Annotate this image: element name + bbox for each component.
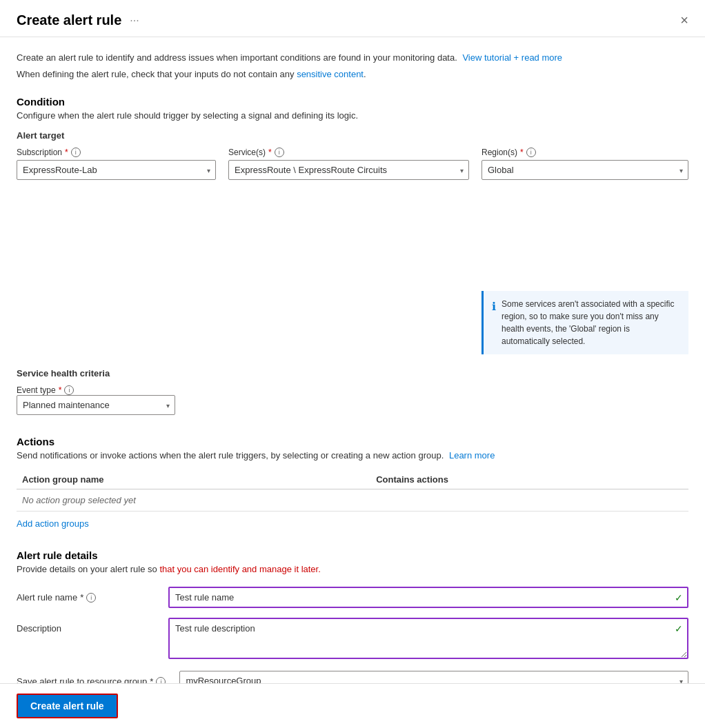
intro-line1: Create an alert rule to identify and add… bbox=[17, 52, 457, 63]
description-row: Description Test rule description ✓ bbox=[17, 618, 688, 661]
event-type-info-icon[interactable]: i bbox=[64, 385, 74, 395]
panel-dots: ··· bbox=[130, 14, 139, 27]
services-required: * bbox=[268, 148, 272, 157]
rule-name-required: * bbox=[80, 592, 83, 603]
header-left: Create alert rule ··· bbox=[17, 12, 139, 28]
create-alert-rule-button[interactable]: Create alert rule bbox=[17, 694, 118, 718]
rule-name-input-wrap: ✓ bbox=[168, 587, 688, 608]
col-group-name: Action group name bbox=[17, 470, 370, 489]
condition-subtitle: Configure when the alert rule should tri… bbox=[17, 110, 688, 121]
details-subtitle: Provide details on your alert rule so th… bbox=[17, 564, 688, 574]
services-info-icon[interactable]: i bbox=[275, 148, 284, 157]
description-textarea[interactable]: Test rule description bbox=[168, 618, 688, 659]
rule-name-label: Alert rule name * i bbox=[17, 587, 155, 603]
service-health-label: Service health criteria bbox=[17, 368, 688, 378]
event-type-select-wrapper: Planned maintenance Service issue Health… bbox=[17, 395, 175, 415]
regions-field-group: Region(s) * i Global ▾ bbox=[481, 148, 688, 285]
description-label: Description bbox=[17, 618, 155, 634]
no-action-group-row: No action group selected yet bbox=[17, 489, 688, 512]
sensitive-content-text: sensitive content bbox=[297, 69, 364, 79]
close-button[interactable]: × bbox=[680, 12, 688, 28]
view-tutorial-link[interactable]: View tutorial + read more bbox=[462, 52, 562, 63]
subscription-label: Subscription * i bbox=[17, 148, 216, 157]
info-circle-icon: ℹ bbox=[492, 299, 496, 347]
panel-header: Create alert rule ··· × bbox=[0, 0, 705, 37]
subscription-info-icon[interactable]: i bbox=[71, 148, 81, 157]
no-action-group-text: No action group selected yet bbox=[17, 489, 688, 512]
actions-section: Actions Send notifications or invoke act… bbox=[17, 436, 688, 529]
event-type-field-group: Event type * i Planned maintenance Servi… bbox=[17, 385, 175, 415]
services-select[interactable]: ExpressRoute \ ExpressRoute Circuits bbox=[228, 160, 469, 180]
panel-footer: Create alert rule bbox=[0, 683, 705, 728]
intro-line2: When defining the alert rule, check that… bbox=[17, 68, 688, 81]
condition-section-title: Condition bbox=[17, 96, 688, 108]
learn-more-link[interactable]: Learn more bbox=[449, 450, 495, 461]
rule-name-check-icon: ✓ bbox=[675, 592, 683, 603]
subscription-select[interactable]: ExpressRoute-Lab bbox=[17, 160, 216, 180]
panel-title: Create alert rule bbox=[17, 12, 121, 28]
description-input-wrap: Test rule description ✓ bbox=[168, 618, 688, 661]
region-info-col: Region(s) * i Global ▾ ℹ Some services a… bbox=[481, 148, 688, 354]
add-action-groups-link[interactable]: Add action groups bbox=[17, 518, 89, 529]
alert-target-fields: Subscription * i ExpressRoute-Lab ▾ Serv… bbox=[17, 148, 688, 354]
region-info-box: ℹ Some services aren't associated with a… bbox=[481, 291, 688, 354]
subscription-select-wrapper: ExpressRoute-Lab ▾ bbox=[17, 160, 216, 180]
panel-body: Create an alert rule to identify and add… bbox=[0, 37, 705, 728]
subscription-field-group: Subscription * i ExpressRoute-Lab ▾ bbox=[17, 148, 216, 180]
regions-info-icon[interactable]: i bbox=[526, 148, 536, 157]
regions-required: * bbox=[520, 148, 524, 157]
rule-name-input[interactable] bbox=[168, 587, 688, 608]
intro-text: Create an alert rule to identify and add… bbox=[17, 51, 688, 65]
description-check-icon: ✓ bbox=[675, 623, 683, 634]
create-alert-rule-panel: Create alert rule ··· × Create an alert … bbox=[0, 0, 705, 728]
details-subtitle-highlight: that you can identify and manage it late… bbox=[159, 564, 320, 574]
event-type-label: Event type * i bbox=[17, 385, 175, 395]
action-groups-table: Action group name Contains actions No ac… bbox=[17, 470, 688, 512]
rule-name-row: Alert rule name * i ✓ bbox=[17, 587, 688, 608]
rule-name-info-icon[interactable]: i bbox=[86, 593, 96, 603]
col-contains-actions: Contains actions bbox=[370, 470, 688, 489]
regions-label: Region(s) * i bbox=[481, 148, 688, 157]
regions-select-wrapper: Global ▾ bbox=[481, 160, 688, 180]
region-info-text: Some services aren't associated with a s… bbox=[502, 298, 680, 347]
details-section-title: Alert rule details bbox=[17, 549, 688, 561]
service-health-section: Service health criteria Event type * i P… bbox=[17, 368, 688, 415]
regions-select[interactable]: Global bbox=[481, 160, 688, 180]
services-select-wrapper: ExpressRoute \ ExpressRoute Circuits ▾ bbox=[228, 160, 469, 180]
event-type-required: * bbox=[59, 385, 62, 395]
services-field-group: Service(s) * i ExpressRoute \ ExpressRou… bbox=[228, 148, 469, 180]
subscription-required: * bbox=[65, 148, 68, 157]
actions-section-title: Actions bbox=[17, 436, 688, 447]
event-type-select[interactable]: Planned maintenance Service issue Health… bbox=[17, 395, 175, 415]
alert-target-label: Alert target bbox=[17, 130, 688, 141]
services-label: Service(s) * i bbox=[228, 148, 469, 157]
actions-subtitle: Send notifications or invoke actions whe… bbox=[17, 450, 688, 461]
